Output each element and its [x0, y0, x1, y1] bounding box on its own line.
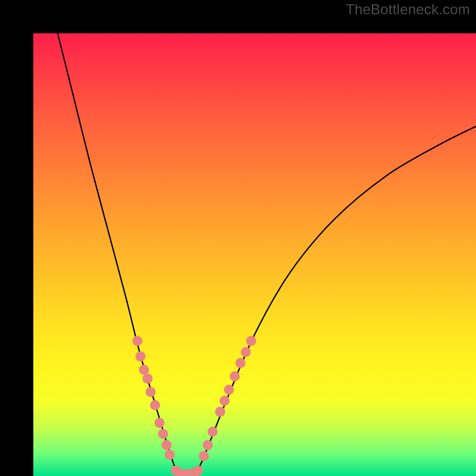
data-marker	[220, 396, 230, 406]
data-marker	[199, 451, 209, 461]
data-marker	[161, 440, 171, 450]
data-marker	[208, 427, 218, 437]
data-marker	[203, 440, 213, 450]
watermark-text: TheBottleneck.com	[346, 1, 470, 18]
marker-group	[132, 336, 256, 476]
data-marker	[230, 371, 240, 381]
data-marker	[136, 352, 146, 362]
data-marker	[193, 466, 203, 476]
data-marker	[158, 429, 168, 439]
data-marker	[241, 347, 251, 357]
data-marker	[132, 336, 142, 346]
data-marker	[246, 336, 256, 346]
bottleneck-curve	[58, 33, 476, 475]
data-marker	[165, 450, 175, 460]
data-marker	[224, 384, 234, 394]
data-marker	[236, 358, 246, 368]
chart-plot-area	[33, 33, 476, 476]
data-marker	[142, 374, 152, 384]
chart-frame	[0, 0, 476, 476]
chart-svg	[33, 33, 476, 476]
data-marker	[139, 365, 149, 375]
data-marker	[215, 407, 225, 417]
data-marker	[146, 387, 156, 397]
data-marker	[150, 400, 160, 410]
data-marker	[155, 418, 165, 428]
